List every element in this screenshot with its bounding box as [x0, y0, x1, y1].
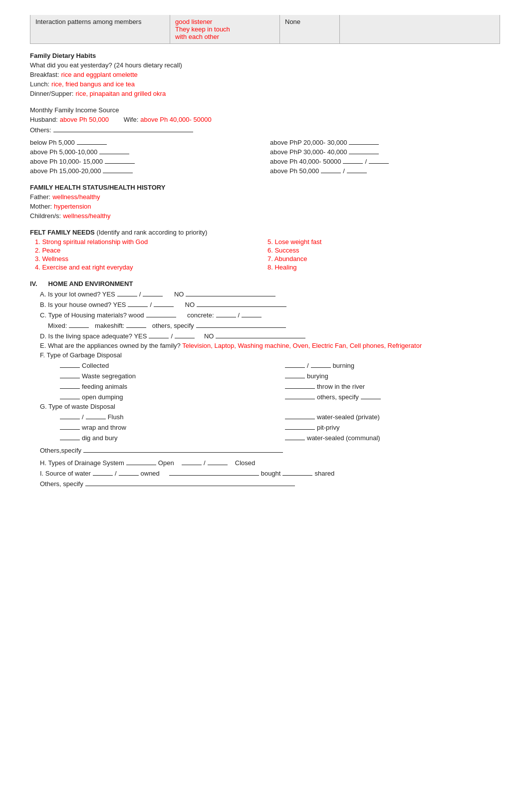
home-item-A: A. Is your lot owned? YES / NO: [40, 289, 500, 298]
garbage-collected: Collected: [60, 361, 275, 369]
breakfast-label: Breakfast:: [30, 71, 59, 78]
health-heading: FAMILY HEALTH STATUS/HEALTH HISTORY: [30, 184, 500, 191]
income-range-6: above PhP 30,000- 40,000: [270, 147, 500, 156]
felt-needs-heading: FELT FAMILY NEEDS (Identify and rank acc…: [30, 229, 500, 236]
lunch-value: rice, fried bangus and ice tea: [51, 80, 135, 88]
home-item-C: C. Type of Housing materials? wood concr…: [40, 310, 500, 319]
health-father-label: Father:: [30, 193, 50, 201]
income-others-blank: [53, 125, 193, 132]
home-item-C2: Mixed: makeshift: others, specify: [48, 321, 500, 329]
table-col1: Interaction patterns among members: [30, 15, 170, 43]
income-husband-value: above Ph 50,000: [60, 116, 109, 123]
income-wife-label: Wife:: [124, 116, 139, 123]
dietary-heading: Family Dietary Habits: [30, 52, 500, 59]
felt-item-8: 8. Healing: [267, 264, 500, 271]
income-range-7: above Ph 40,000- 50000 /: [270, 157, 500, 165]
waste-disposal-grid: / Flush water-sealed (private) wrap and …: [60, 412, 500, 442]
income-wife-value: above Ph 40,000- 50000: [140, 116, 211, 123]
income-husband-line: Husband: above Ph 50,000 Wife: above Ph …: [30, 116, 500, 123]
felt-item-5: 5. Lose weight fast: [267, 238, 500, 246]
felt-item-1: 1. Strong spiritual relationship with Go…: [35, 238, 267, 246]
waste-water-sealed-communal: water-sealed (communal): [285, 433, 500, 442]
income-range-8: above Ph 50,000 /: [270, 166, 500, 175]
income-others-line: Others:: [30, 125, 500, 134]
health-section: FAMILY HEALTH STATUS/HEALTH HISTORY Fath…: [30, 184, 500, 220]
dietary-question: What did you eat yesterday? (24 hours di…: [30, 61, 500, 69]
home-item-D: D. Is the living space adequate? YES / N…: [40, 331, 500, 340]
waste-flush: / Flush: [60, 412, 275, 421]
garbage-river: throw in the river: [285, 382, 500, 390]
breakfast-line: Breakfast: rice and eggplant omelette: [30, 71, 500, 78]
health-children-value: wellness/healthy: [63, 212, 110, 220]
garbage-waste-seg: Waste segregation: [60, 371, 275, 380]
breakfast-value: rice and eggplant omelette: [61, 71, 138, 78]
income-range-3: above Ph 10,000- 15,000: [30, 157, 260, 165]
income-range-1: below Ph 5,000: [30, 138, 260, 146]
dietary-section: Family Dietary Habits What did you eat y…: [30, 52, 500, 97]
waste-dig-bury: dig and bury: [60, 433, 275, 442]
home-item-I-others: Others, specify: [40, 479, 500, 488]
income-heading: Monthly Family Income Source: [30, 106, 500, 114]
lunch-line: Lunch: rice, fried bangus and ice tea: [30, 80, 500, 88]
income-ranges: below Ph 5,000 above PhP 20,000- 30,000 …: [30, 138, 500, 175]
home-section-label: IV.: [30, 280, 37, 287]
garbage-open-dump: open dumping: [60, 392, 275, 401]
income-range-4: above Ph 15,000-20,000: [30, 166, 260, 175]
health-mother: Mother: hypertension: [30, 203, 500, 210]
garbage-others: others, specify: [285, 392, 500, 401]
health-father-value: wellness/healthy: [52, 193, 100, 201]
felt-item-3: 3. Wellness: [35, 255, 267, 263]
income-range-2: above Ph 5,000-10,000: [30, 147, 260, 156]
home-heading-line: IV. HOME AND ENVIRONMENT: [30, 280, 500, 287]
felt-needs-grid: 1. Strong spiritual relationship with Go…: [35, 238, 500, 271]
income-others-label: Others:: [30, 126, 51, 134]
garbage-disposal-grid: Collected / burning Waste segregation bu…: [60, 361, 500, 401]
felt-item-2: 2. Peace: [35, 247, 267, 254]
home-item-B: B. Is your house owned? YES / NO: [40, 300, 500, 308]
felt-item-6: 6. Success: [267, 247, 500, 254]
home-item-G-others: Others,specify: [40, 446, 500, 454]
dinner-label: Dinner/Supper:: [30, 90, 73, 97]
dinner-value: rice, pinapaitan and grilled okra: [75, 90, 166, 97]
health-father: Father: wellness/healthy: [30, 193, 500, 201]
health-children-label: Children/s:: [30, 212, 61, 220]
income-husband-label: Husband:: [30, 116, 58, 123]
waste-pit-privy: pit-privy: [285, 423, 500, 431]
health-mother-value: hypertension: [54, 203, 91, 210]
home-section: IV. HOME AND ENVIRONMENT A. Is your lot …: [30, 280, 500, 488]
waste-wrap-throw: wrap and throw: [60, 423, 275, 431]
health-children: Children/s: wellness/healthy: [30, 212, 500, 220]
home-item-E: E. What are the appliances owned by the …: [40, 342, 500, 349]
felt-needs-section: FELT FAMILY NEEDS (Identify and rank acc…: [30, 229, 500, 271]
garbage-burning: / burning: [285, 361, 500, 369]
home-item-F-heading: F. Type of Garbage Disposal: [40, 351, 500, 359]
home-item-H: H. Types of Drainage System Open / Close…: [40, 458, 500, 467]
interaction-table: Interaction patterns among members good …: [30, 15, 500, 44]
home-heading: HOME AND ENVIRONMENT: [48, 280, 133, 287]
home-item-G-heading: G. Type of waste Disposal: [40, 403, 500, 410]
income-range-5: above PhP 20,000- 30,000: [270, 138, 500, 146]
table-col2: good listener They keep in touch with ea…: [170, 15, 280, 43]
table-col3: None: [280, 15, 340, 43]
felt-item-4: 4. Exercise and eat right everyday: [35, 264, 267, 271]
health-mother-label: Mother:: [30, 203, 52, 210]
garbage-feeding: feeding animals: [60, 382, 275, 390]
waste-water-sealed-private: water-sealed (private): [285, 412, 500, 421]
home-item-I: I. Source of water / owned bought shared: [40, 469, 500, 477]
felt-item-7: 7. Abundance: [267, 255, 500, 263]
lunch-label: Lunch:: [30, 80, 49, 88]
income-section: Monthly Family Income Source Husband: ab…: [30, 106, 500, 175]
dinner-line: Dinner/Supper: rice, pinapaitan and gril…: [30, 90, 500, 97]
garbage-burying: burying: [285, 371, 500, 380]
